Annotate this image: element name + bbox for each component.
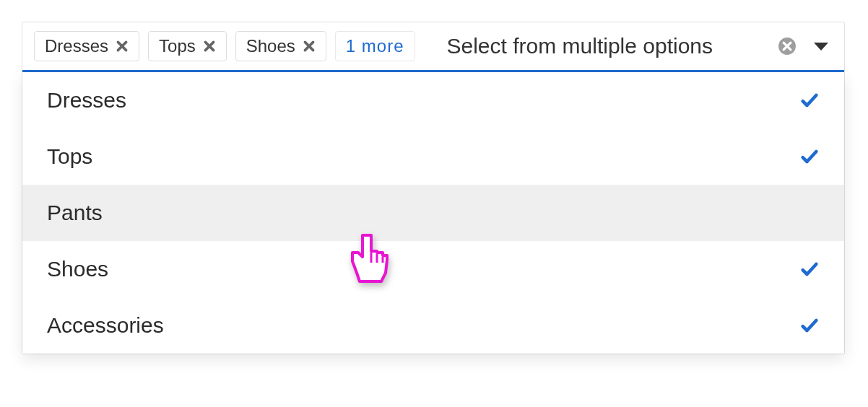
check-icon <box>799 259 820 279</box>
chip-dresses[interactable]: Dresses <box>34 31 139 61</box>
multiselect: Dresses Tops Shoes 1 more Select from mu… <box>22 22 845 354</box>
option-accessories[interactable]: Accessories <box>22 297 844 354</box>
chevron-down-icon[interactable] <box>814 43 828 51</box>
check-icon <box>799 315 820 336</box>
dropdown-panel: Dresses Tops Pants Shoes Accessories <box>22 72 844 354</box>
chip-label: Dresses <box>45 36 108 56</box>
option-dresses[interactable]: Dresses <box>22 72 844 128</box>
option-label: Tops <box>47 144 92 169</box>
remove-chip-icon[interactable] <box>303 40 316 53</box>
remove-chip-icon[interactable] <box>116 40 129 53</box>
option-label: Shoes <box>47 257 108 281</box>
option-label: Accessories <box>47 313 164 338</box>
multiselect-placeholder: Select from multiple options <box>447 34 770 58</box>
check-icon <box>799 146 820 167</box>
option-shoes[interactable]: Shoes <box>22 241 844 297</box>
option-label: Dresses <box>47 88 126 113</box>
more-chips-link[interactable]: 1 more <box>335 31 415 61</box>
clear-all-icon[interactable] <box>778 37 797 56</box>
option-pants[interactable]: Pants <box>22 185 844 241</box>
remove-chip-icon[interactable] <box>203 40 216 53</box>
multiselect-header[interactable]: Dresses Tops Shoes 1 more Select from mu… <box>22 22 844 72</box>
chip-shoes[interactable]: Shoes <box>235 31 326 61</box>
chip-label: Tops <box>159 36 196 56</box>
option-label: Pants <box>47 201 103 225</box>
chip-label: Shoes <box>246 36 295 56</box>
option-tops[interactable]: Tops <box>22 128 844 185</box>
check-icon <box>799 90 820 110</box>
chip-tops[interactable]: Tops <box>148 31 227 61</box>
